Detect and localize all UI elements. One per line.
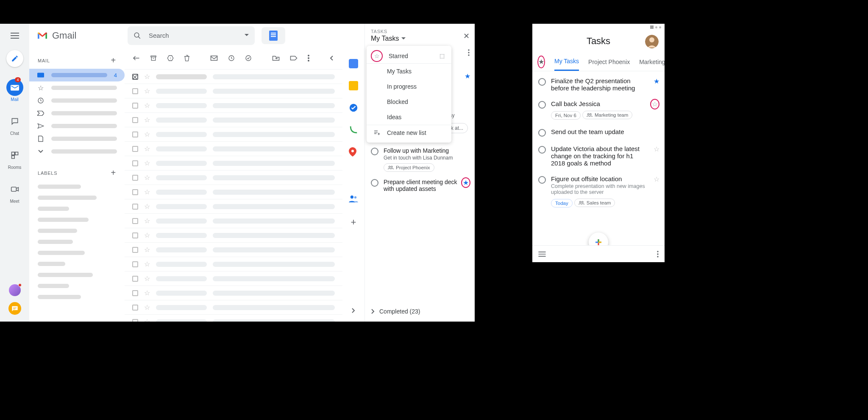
- message-row[interactable]: ☆: [125, 300, 342, 314]
- expand-panel-icon[interactable]: [352, 308, 355, 313]
- mobile-tab[interactable]: Project Phoenix: [588, 53, 630, 71]
- mobile-more-icon[interactable]: [657, 251, 659, 258]
- row-star-icon[interactable]: ☆: [144, 246, 150, 254]
- dropdown-list-item[interactable]: Blocked: [367, 94, 451, 109]
- task-radio[interactable]: [371, 179, 378, 187]
- row-checkbox[interactable]: [132, 74, 138, 80]
- mobile-task-item[interactable]: Call back Jessica Fri, Nov 6 Marketing t…: [532, 96, 665, 124]
- moveto-icon[interactable]: [272, 54, 280, 62]
- row-star-icon[interactable]: ☆: [144, 159, 150, 167]
- calendar-app-icon[interactable]: [349, 59, 358, 68]
- docs-chip[interactable]: [262, 27, 285, 44]
- message-row[interactable]: ☆: [125, 213, 342, 228]
- task-list-more-icon[interactable]: [468, 49, 470, 56]
- row-checkbox[interactable]: [132, 160, 138, 166]
- row-checkbox[interactable]: [132, 319, 138, 322]
- row-checkbox[interactable]: [132, 189, 138, 195]
- task-item[interactable]: Prepare client meeting deck with updated…: [365, 175, 475, 196]
- task-radio[interactable]: [538, 78, 546, 86]
- message-row[interactable]: ☆: [125, 286, 342, 300]
- menu-icon[interactable]: [10, 31, 20, 41]
- row-star-icon[interactable]: ☆: [144, 202, 150, 210]
- rail-meet[interactable]: Meet: [6, 181, 23, 204]
- task-star-icon[interactable]: ☆: [650, 100, 659, 108]
- task-star-icon[interactable]: ★: [654, 77, 659, 85]
- dropdown-list-item[interactable]: My Tasks: [367, 64, 451, 79]
- keep-app-icon[interactable]: [349, 81, 358, 90]
- task-item[interactable]: Follow up with Marketing Get in touch wi…: [365, 144, 475, 175]
- row-checkbox[interactable]: [132, 261, 138, 267]
- row-checkbox[interactable]: [132, 305, 138, 311]
- rail-rooms[interactable]: Rooms: [6, 147, 23, 170]
- message-row[interactable]: ☆: [125, 84, 342, 98]
- snooze-icon[interactable]: [228, 54, 235, 62]
- mobile-task-item[interactable]: Figure out offsite location Complete pre…: [532, 171, 665, 212]
- row-star-icon[interactable]: ☆: [144, 274, 150, 283]
- task-star-icon[interactable]: ★: [461, 179, 470, 187]
- message-row[interactable]: ☆: [125, 314, 342, 322]
- label-row[interactable]: [29, 192, 125, 203]
- task-radio[interactable]: [538, 101, 546, 109]
- message-row[interactable]: ☆: [125, 141, 342, 156]
- mobile-account-avatar[interactable]: [645, 35, 659, 48]
- row-star-icon[interactable]: ☆: [144, 303, 150, 311]
- folder-important[interactable]: [29, 107, 125, 120]
- label-row[interactable]: [29, 181, 125, 192]
- message-row[interactable]: ☆: [125, 69, 342, 84]
- label-row[interactable]: [29, 269, 125, 280]
- dropdown-create-list[interactable]: Create new list: [367, 125, 451, 140]
- label-row[interactable]: [29, 203, 125, 214]
- row-checkbox[interactable]: [132, 247, 138, 253]
- spam-icon[interactable]: !: [167, 54, 174, 62]
- row-star-icon[interactable]: ☆: [144, 318, 150, 322]
- add-app-icon[interactable]: +: [349, 217, 358, 226]
- task-radio[interactable]: [538, 176, 546, 184]
- label-icon[interactable]: [290, 54, 298, 62]
- task-radio[interactable]: [538, 146, 546, 154]
- archive-icon[interactable]: [150, 54, 157, 62]
- more-icon[interactable]: [308, 54, 309, 62]
- row-star-icon[interactable]: ☆: [144, 73, 150, 81]
- row-star-icon[interactable]: ☆: [144, 87, 150, 95]
- folder-starred[interactable]: ☆: [29, 81, 125, 94]
- gmail-logo[interactable]: Gmail: [36, 30, 121, 41]
- message-row[interactable]: ☆: [125, 228, 342, 242]
- row-star-icon[interactable]: ☆: [144, 188, 150, 196]
- rail-mail[interactable]: 4 Mail: [6, 79, 23, 102]
- starred-tab[interactable]: ★: [537, 56, 545, 68]
- mobile-menu-icon[interactable]: [538, 252, 546, 257]
- row-checkbox[interactable]: [132, 103, 138, 109]
- mobile-task-item[interactable]: Send out the team update: [532, 124, 665, 141]
- task-list-switcher[interactable]: My Tasks: [371, 35, 469, 42]
- task-radio[interactable]: [538, 129, 546, 137]
- row-star-icon[interactable]: ☆: [144, 101, 150, 109]
- search-bar[interactable]: Search: [128, 26, 255, 45]
- tasks-app-icon[interactable]: [349, 103, 358, 112]
- label-row[interactable]: [29, 258, 125, 269]
- message-row[interactable]: ☆: [125, 112, 342, 127]
- message-row[interactable]: ☆: [125, 199, 342, 213]
- row-checkbox[interactable]: [132, 218, 138, 224]
- row-checkbox[interactable]: [132, 88, 138, 94]
- row-checkbox[interactable]: [132, 204, 138, 210]
- compose-button[interactable]: [6, 50, 23, 67]
- label-row[interactable]: [29, 247, 125, 258]
- label-row[interactable]: [29, 225, 125, 236]
- contacts-app-icon[interactable]: [349, 195, 358, 204]
- close-panel-icon[interactable]: ✕: [463, 31, 470, 41]
- dropdown-list-item[interactable]: Ideas: [367, 109, 451, 125]
- add-label-icon[interactable]: +: [111, 168, 116, 178]
- row-checkbox[interactable]: [132, 117, 138, 123]
- row-star-icon[interactable]: ☆: [144, 260, 150, 268]
- row-star-icon[interactable]: ☆: [144, 231, 150, 239]
- row-checkbox[interactable]: [132, 290, 138, 296]
- row-star-icon[interactable]: ☆: [144, 145, 150, 153]
- add-mail-section-icon[interactable]: +: [111, 56, 116, 65]
- group-chip[interactable]: Project Phoenix: [384, 163, 434, 172]
- older-icon[interactable]: [330, 54, 333, 62]
- row-star-icon[interactable]: ☆: [144, 289, 150, 297]
- row-star-icon[interactable]: ☆: [144, 130, 150, 138]
- label-row[interactable]: [29, 236, 125, 247]
- folder-more[interactable]: [29, 145, 125, 158]
- group-chip[interactable]: Marketing team: [582, 111, 632, 119]
